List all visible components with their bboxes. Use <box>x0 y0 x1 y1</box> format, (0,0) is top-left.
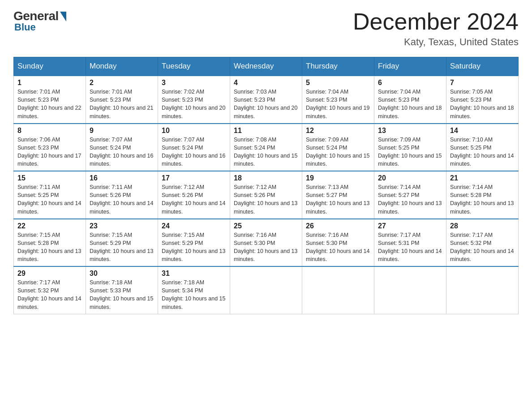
day-number: 18 <box>234 174 298 182</box>
day-number: 8 <box>17 127 82 135</box>
table-row: 26 Sunrise: 7:16 AMSunset: 5:30 PMDaylig… <box>302 219 374 267</box>
col-saturday: Saturday <box>446 57 519 76</box>
table-row: 31 Sunrise: 7:18 AMSunset: 5:34 PMDaylig… <box>158 266 230 314</box>
day-number: 1 <box>17 79 82 87</box>
table-row: 16 Sunrise: 7:11 AMSunset: 5:26 PMDaylig… <box>86 171 158 219</box>
col-friday: Friday <box>374 57 446 76</box>
calendar-week-row: 8 Sunrise: 7:06 AMSunset: 5:23 PMDayligh… <box>14 124 519 171</box>
day-number: 19 <box>306 174 370 182</box>
day-info: Sunrise: 7:18 AMSunset: 5:33 PMDaylight:… <box>90 278 154 311</box>
day-info: Sunrise: 7:09 AMSunset: 5:25 PMDaylight:… <box>378 136 442 168</box>
calendar-header-row: Sunday Monday Tuesday Wednesday Thursday… <box>14 57 519 76</box>
page-header: General Blue December 2024 Katy, Texas, … <box>13 9 519 48</box>
day-number: 6 <box>378 79 442 87</box>
table-row: 23 Sunrise: 7:15 AMSunset: 5:29 PMDaylig… <box>86 219 158 267</box>
table-row <box>374 266 446 314</box>
table-row: 27 Sunrise: 7:17 AMSunset: 5:31 PMDaylig… <box>374 219 446 267</box>
day-info: Sunrise: 7:14 AMSunset: 5:28 PMDaylight:… <box>450 183 515 216</box>
day-number: 4 <box>234 79 298 87</box>
day-number: 28 <box>450 222 515 230</box>
table-row: 11 Sunrise: 7:08 AMSunset: 5:24 PMDaylig… <box>230 124 302 171</box>
day-info: Sunrise: 7:17 AMSunset: 5:32 PMDaylight:… <box>450 231 515 264</box>
day-info: Sunrise: 7:16 AMSunset: 5:30 PMDaylight:… <box>306 231 370 264</box>
day-number: 10 <box>162 127 226 135</box>
day-info: Sunrise: 7:03 AMSunset: 5:23 PMDaylight:… <box>234 88 298 120</box>
table-row: 15 Sunrise: 7:11 AMSunset: 5:25 PMDaylig… <box>14 171 86 219</box>
day-info: Sunrise: 7:11 AMSunset: 5:25 PMDaylight:… <box>17 183 82 216</box>
day-info: Sunrise: 7:01 AMSunset: 5:23 PMDaylight:… <box>90 88 154 120</box>
table-row: 28 Sunrise: 7:17 AMSunset: 5:32 PMDaylig… <box>446 219 519 267</box>
table-row: 21 Sunrise: 7:14 AMSunset: 5:28 PMDaylig… <box>446 171 519 219</box>
day-info: Sunrise: 7:12 AMSunset: 5:26 PMDaylight:… <box>162 183 226 216</box>
day-number: 3 <box>162 79 226 87</box>
day-info: Sunrise: 7:18 AMSunset: 5:34 PMDaylight:… <box>162 278 226 311</box>
day-number: 13 <box>378 127 442 135</box>
day-number: 26 <box>306 222 370 230</box>
table-row: 6 Sunrise: 7:04 AMSunset: 5:23 PMDayligh… <box>374 76 446 124</box>
table-row: 9 Sunrise: 7:07 AMSunset: 5:24 PMDayligh… <box>86 124 158 171</box>
table-row: 3 Sunrise: 7:02 AMSunset: 5:23 PMDayligh… <box>158 76 230 124</box>
month-year-title: December 2024 <box>353 9 519 34</box>
day-info: Sunrise: 7:09 AMSunset: 5:24 PMDaylight:… <box>306 136 370 168</box>
table-row: 19 Sunrise: 7:13 AMSunset: 5:27 PMDaylig… <box>302 171 374 219</box>
day-info: Sunrise: 7:15 AMSunset: 5:29 PMDaylight:… <box>90 231 154 264</box>
day-info: Sunrise: 7:17 AMSunset: 5:32 PMDaylight:… <box>17 278 82 311</box>
day-number: 24 <box>162 222 226 230</box>
day-info: Sunrise: 7:16 AMSunset: 5:30 PMDaylight:… <box>234 231 298 264</box>
table-row: 8 Sunrise: 7:06 AMSunset: 5:23 PMDayligh… <box>14 124 86 171</box>
table-row: 5 Sunrise: 7:04 AMSunset: 5:23 PMDayligh… <box>302 76 374 124</box>
table-row: 1 Sunrise: 7:01 AMSunset: 5:23 PMDayligh… <box>14 76 86 124</box>
table-row: 7 Sunrise: 7:05 AMSunset: 5:23 PMDayligh… <box>446 76 519 124</box>
day-number: 7 <box>450 79 515 87</box>
calendar-week-row: 29 Sunrise: 7:17 AMSunset: 5:32 PMDaylig… <box>14 266 519 314</box>
calendar-week-row: 15 Sunrise: 7:11 AMSunset: 5:25 PMDaylig… <box>14 171 519 219</box>
day-number: 30 <box>90 270 154 278</box>
table-row: 10 Sunrise: 7:07 AMSunset: 5:24 PMDaylig… <box>158 124 230 171</box>
calendar-table: Sunday Monday Tuesday Wednesday Thursday… <box>13 57 519 314</box>
day-info: Sunrise: 7:13 AMSunset: 5:27 PMDaylight:… <box>306 183 370 216</box>
day-number: 31 <box>162 270 226 278</box>
logo: General Blue <box>13 9 66 33</box>
title-area: December 2024 Katy, Texas, United States <box>353 9 519 48</box>
day-info: Sunrise: 7:07 AMSunset: 5:24 PMDaylight:… <box>90 136 154 168</box>
day-number: 21 <box>450 174 515 182</box>
col-wednesday: Wednesday <box>230 57 302 76</box>
table-row <box>230 266 302 314</box>
day-info: Sunrise: 7:14 AMSunset: 5:27 PMDaylight:… <box>378 183 442 216</box>
day-info: Sunrise: 7:01 AMSunset: 5:23 PMDaylight:… <box>17 88 82 120</box>
table-row: 14 Sunrise: 7:10 AMSunset: 5:25 PMDaylig… <box>446 124 519 171</box>
day-number: 25 <box>234 222 298 230</box>
table-row: 25 Sunrise: 7:16 AMSunset: 5:30 PMDaylig… <box>230 219 302 267</box>
day-number: 14 <box>450 127 515 135</box>
table-row: 22 Sunrise: 7:15 AMSunset: 5:28 PMDaylig… <box>14 219 86 267</box>
day-number: 16 <box>90 174 154 182</box>
day-info: Sunrise: 7:12 AMSunset: 5:26 PMDaylight:… <box>234 183 298 216</box>
day-number: 20 <box>378 174 442 182</box>
table-row: 13 Sunrise: 7:09 AMSunset: 5:25 PMDaylig… <box>374 124 446 171</box>
col-tuesday: Tuesday <box>158 57 230 76</box>
day-number: 11 <box>234 127 298 135</box>
day-number: 27 <box>378 222 442 230</box>
calendar-week-row: 22 Sunrise: 7:15 AMSunset: 5:28 PMDaylig… <box>14 219 519 267</box>
day-info: Sunrise: 7:07 AMSunset: 5:24 PMDaylight:… <box>162 136 226 168</box>
table-row: 20 Sunrise: 7:14 AMSunset: 5:27 PMDaylig… <box>374 171 446 219</box>
table-row: 12 Sunrise: 7:09 AMSunset: 5:24 PMDaylig… <box>302 124 374 171</box>
day-info: Sunrise: 7:02 AMSunset: 5:23 PMDaylight:… <box>162 88 226 120</box>
day-info: Sunrise: 7:15 AMSunset: 5:29 PMDaylight:… <box>162 231 226 264</box>
day-info: Sunrise: 7:06 AMSunset: 5:23 PMDaylight:… <box>17 136 82 168</box>
day-number: 15 <box>17 174 82 182</box>
day-info: Sunrise: 7:15 AMSunset: 5:28 PMDaylight:… <box>17 231 82 264</box>
table-row: 29 Sunrise: 7:17 AMSunset: 5:32 PMDaylig… <box>14 266 86 314</box>
table-row: 24 Sunrise: 7:15 AMSunset: 5:29 PMDaylig… <box>158 219 230 267</box>
day-info: Sunrise: 7:04 AMSunset: 5:23 PMDaylight:… <box>378 88 442 120</box>
day-info: Sunrise: 7:17 AMSunset: 5:31 PMDaylight:… <box>378 231 442 264</box>
col-sunday: Sunday <box>14 57 86 76</box>
day-info: Sunrise: 7:08 AMSunset: 5:24 PMDaylight:… <box>234 136 298 168</box>
day-number: 2 <box>90 79 154 87</box>
col-monday: Monday <box>86 57 158 76</box>
day-number: 9 <box>90 127 154 135</box>
table-row: 30 Sunrise: 7:18 AMSunset: 5:33 PMDaylig… <box>86 266 158 314</box>
day-number: 12 <box>306 127 370 135</box>
day-number: 23 <box>90 222 154 230</box>
logo-arrow-icon <box>60 12 66 21</box>
